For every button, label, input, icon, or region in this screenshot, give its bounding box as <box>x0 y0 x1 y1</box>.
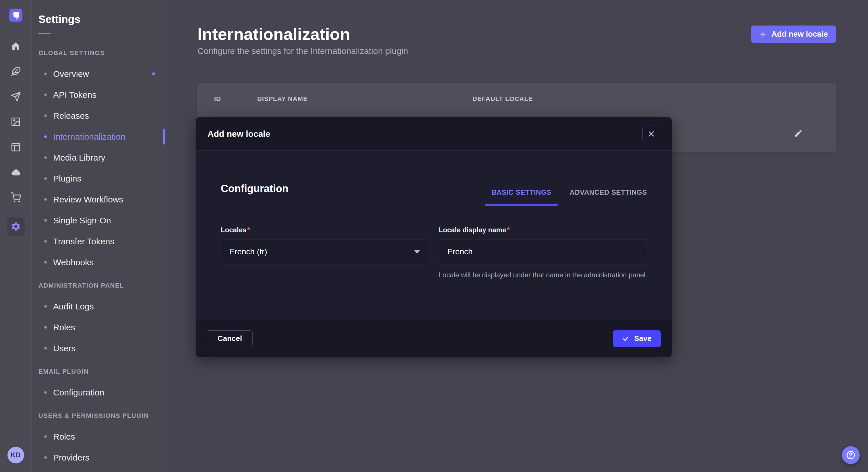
cloud-icon[interactable] <box>10 167 21 178</box>
page-title: Internationalization <box>197 25 408 43</box>
settings-nav-item[interactable]: Overview <box>38 63 166 84</box>
page-header: Internationalization Configure the setti… <box>197 25 836 57</box>
bullet-icon <box>44 240 47 243</box>
modal-body: Configuration BASIC SETTINGS ADVANCED SE… <box>196 150 672 320</box>
settings-nav-section-label: EMAIL PLUGIN <box>38 361 166 382</box>
display-name-input[interactable] <box>439 239 647 264</box>
settings-nav-item[interactable]: Media Library <box>38 147 166 168</box>
plus-icon <box>759 30 767 38</box>
modal-header: Add new locale <box>196 117 672 150</box>
bullet-icon <box>44 326 47 329</box>
settings-nav-item[interactable]: Single Sign-On <box>38 210 166 231</box>
required-asterisk: * <box>507 226 509 234</box>
configuration-header-row: Configuration BASIC SETTINGS ADVANCED SE… <box>221 183 647 205</box>
cancel-button[interactable]: Cancel <box>207 330 253 347</box>
bullet-icon <box>44 198 47 201</box>
rail-divider <box>0 439 32 439</box>
marketplace-cart-icon[interactable] <box>10 192 21 203</box>
question-circle-icon <box>846 450 856 460</box>
display-name-hint: Locale will be displayed under that name… <box>439 270 647 280</box>
bullet-icon <box>44 72 47 75</box>
settings-nav-item[interactable]: Roles <box>38 317 166 338</box>
close-icon <box>648 130 655 138</box>
settings-nav-section: EMAIL PLUGIN Configuration <box>38 361 166 403</box>
app-window: KD Settings GLOBAL SETTINGS Overview API… <box>0 0 868 472</box>
page-subtitle: Configure the settings for the Internati… <box>197 45 408 57</box>
column-header-display-name: DISPLAY NAME <box>257 95 472 103</box>
tab-advanced-settings[interactable]: ADVANCED SETTINGS <box>570 189 647 205</box>
settings-nav-item[interactable]: Transfer Tokens <box>38 231 166 252</box>
modal-footer: Cancel Save <box>196 320 672 357</box>
settings-nav-section-label: GLOBAL SETTINGS <box>38 42 166 63</box>
display-name-label: Locale display name* <box>439 226 647 234</box>
settings-sidebar-title: Settings <box>38 13 166 26</box>
add-new-locale-button[interactable]: Add new locale <box>751 26 836 43</box>
bullet-icon <box>44 347 47 349</box>
title-divider <box>38 33 51 34</box>
settings-nav-section: ADMINISTRATION PANEL Audit Logs Roles Us… <box>38 275 166 359</box>
settings-nav-item[interactable]: Internationalization <box>38 126 166 147</box>
bullet-icon <box>44 156 47 159</box>
user-avatar[interactable]: KD <box>7 447 24 463</box>
check-icon <box>622 335 629 342</box>
modal-close-button[interactable] <box>642 126 660 142</box>
locales-field: Locales* French (fr) <box>221 226 429 280</box>
modal-title: Add new locale <box>208 129 270 139</box>
bullet-icon <box>44 135 47 138</box>
display-name-field: Locale display name* Locale will be disp… <box>439 226 647 280</box>
settings-sidebar: Settings GLOBAL SETTINGS Overview API To… <box>32 0 166 472</box>
table-header-row: ID DISPLAY NAME DEFAULT LOCALE <box>198 83 836 115</box>
settings-nav-item[interactable]: Roles <box>38 426 166 447</box>
notification-dot-icon <box>152 72 155 75</box>
column-header-id: ID <box>214 95 257 103</box>
settings-nav-item[interactable]: API Tokens <box>38 84 166 105</box>
layout-icon[interactable] <box>10 142 21 153</box>
settings-nav-sections: GLOBAL SETTINGS Overview API Tokens Rele… <box>38 42 166 468</box>
settings-gear-icon[interactable] <box>7 217 25 236</box>
bullet-icon <box>44 94 47 96</box>
settings-nav-item[interactable]: Users <box>38 338 166 359</box>
add-locale-modal: Add new locale Configuration BASIC SETTI… <box>196 117 672 357</box>
settings-nav-section: USERS & PERMISSIONS PLUGIN Roles Provide… <box>38 405 166 468</box>
tab-basic-settings[interactable]: BASIC SETTINGS <box>491 189 551 205</box>
form-fields: Locales* French (fr) Locale display name… <box>221 226 647 280</box>
media-library-icon[interactable] <box>10 116 21 127</box>
locales-select[interactable]: French (fr) <box>221 239 429 264</box>
settings-nav-section-label: USERS & PERMISSIONS PLUGIN <box>38 405 166 426</box>
settings-tabs: BASIC SETTINGS ADVANCED SETTINGS <box>491 189 647 205</box>
configuration-heading: Configuration <box>221 183 288 205</box>
settings-nav-section: GLOBAL SETTINGS Overview API Tokens Rele… <box>38 42 166 273</box>
settings-nav-item[interactable]: Review Workflows <box>38 189 166 210</box>
settings-nav-item[interactable]: Configuration <box>38 382 166 403</box>
home-icon[interactable] <box>10 41 21 52</box>
bullet-icon <box>44 114 47 117</box>
bullet-icon <box>44 261 47 264</box>
edit-locale-button[interactable] <box>792 127 805 140</box>
settings-nav-section-label: ADMINISTRATION PANEL <box>38 275 166 296</box>
settings-nav-item[interactable]: Plugins <box>38 168 166 189</box>
bullet-icon <box>44 391 47 394</box>
rail-divider <box>0 30 32 30</box>
bullet-icon <box>44 435 47 438</box>
feather-icon[interactable] <box>10 66 21 77</box>
bullet-icon <box>44 177 47 180</box>
settings-nav-item[interactable]: Releases <box>38 105 166 126</box>
bullet-icon <box>44 219 47 222</box>
pencil-icon <box>794 129 803 138</box>
strapi-logo[interactable] <box>9 9 22 22</box>
column-header-default-locale: DEFAULT LOCALE <box>472 95 819 103</box>
required-asterisk: * <box>247 226 250 234</box>
settings-nav-item[interactable]: Audit Logs <box>38 296 166 317</box>
settings-nav-item[interactable]: Providers <box>38 447 166 468</box>
help-button[interactable] <box>842 446 860 464</box>
save-button[interactable]: Save <box>613 330 661 347</box>
bullet-icon <box>44 305 47 308</box>
settings-nav-item[interactable]: Webhooks <box>38 252 166 273</box>
locales-label: Locales* <box>221 226 429 234</box>
chevron-down-icon <box>414 250 420 254</box>
paper-plane-icon[interactable] <box>10 91 21 102</box>
locales-select-value: French (fr) <box>229 247 267 256</box>
bullet-icon <box>44 456 47 459</box>
active-page-indicator <box>163 129 165 144</box>
strapi-logo-icon <box>9 9 22 22</box>
